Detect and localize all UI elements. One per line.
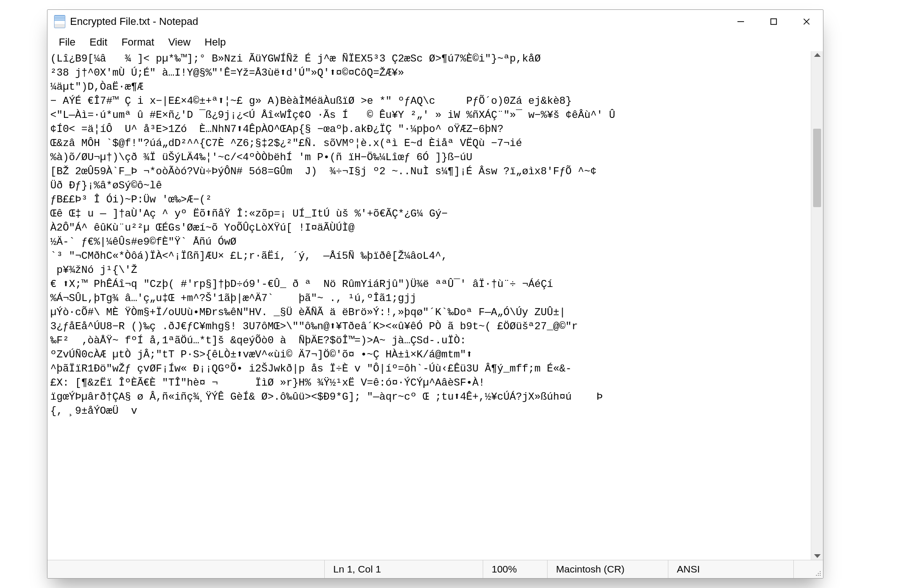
- status-position: Ln 1, Col 1: [324, 560, 483, 578]
- window-title: Encrypted File.txt - Notepad: [70, 15, 198, 28]
- status-empty: [47, 560, 324, 578]
- vertical-scrollbar[interactable]: [811, 51, 823, 560]
- maximize-button[interactable]: [757, 10, 790, 33]
- status-zoom: 100%: [483, 560, 547, 578]
- title-bar[interactable]: Encrypted File.txt - Notepad: [47, 10, 823, 33]
- notepad-window: Encrypted File.txt - Notepad: [47, 9, 823, 579]
- minimize-button[interactable]: [724, 10, 757, 33]
- menu-view[interactable]: View: [162, 34, 197, 50]
- svg-rect-1: [771, 19, 776, 24]
- resize-grip-icon[interactable]: [793, 560, 823, 578]
- menu-bar: File Edit Format View Help: [47, 33, 823, 51]
- menu-edit[interactable]: Edit: [83, 34, 114, 50]
- status-lineending: Macintosh (CR): [547, 560, 668, 578]
- menu-format[interactable]: Format: [115, 34, 161, 50]
- client-area: (Lî¿B9[¼â￻ ¾￻]< pµ*‰™];°￻B»Nzi￻ÃüYGWÍÑž￻…: [47, 51, 823, 560]
- app-icon: [54, 15, 65, 28]
- text-content[interactable]: (Lî¿B9[¼â￻ ¾￻]< pµ*‰™];°￻B»Nzi￻ÃüYGWÍÑž￻…: [47, 51, 811, 560]
- menu-file[interactable]: File: [52, 34, 82, 50]
- scroll-thumb[interactable]: [813, 129, 821, 208]
- scroll-down-arrow-icon[interactable]: [814, 554, 821, 558]
- menu-help[interactable]: Help: [198, 34, 232, 50]
- close-button[interactable]: [790, 10, 823, 33]
- scroll-track[interactable]: [811, 60, 823, 551]
- scroll-up-arrow-icon[interactable]: [814, 53, 821, 57]
- status-bar: Ln 1, Col 1 100% Macintosh (CR) ANSI: [47, 560, 823, 578]
- status-encoding: ANSI: [668, 560, 793, 578]
